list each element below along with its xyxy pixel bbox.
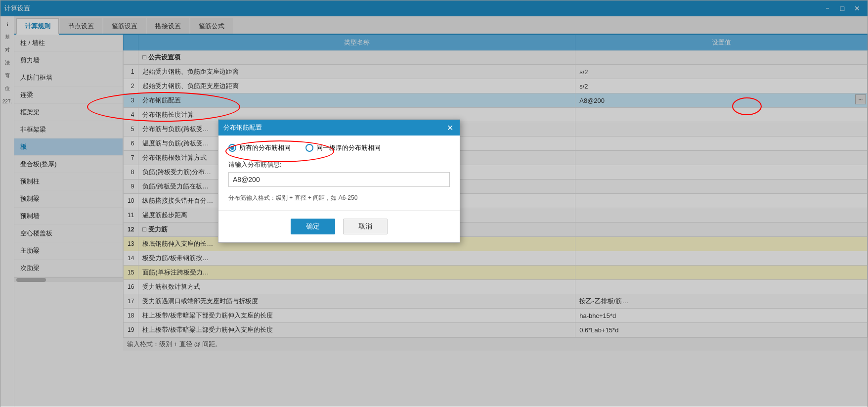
dialog-confirm-button[interactable]: 确定 bbox=[291, 219, 335, 234]
radio-option-all-same[interactable]: 所有的分布筋相同 bbox=[228, 143, 291, 152]
dialog-input-field[interactable] bbox=[228, 172, 450, 187]
dialog-titlebar: 分布钢筋配置 ✕ bbox=[218, 120, 460, 136]
dialog-body: 所有的分布筋相同 同一板厚的分布筋相同 请输入分布筋信息: 分布筋输入格式：级别… bbox=[218, 136, 460, 210]
dialog-radio-row: 所有的分布筋相同 同一板厚的分布筋相同 bbox=[228, 143, 450, 152]
dialog-footer: 确定 取消 bbox=[218, 210, 460, 242]
dialog-close-button[interactable]: ✕ bbox=[445, 123, 455, 133]
radio-all-same-label: 所有的分布筋相同 bbox=[239, 143, 291, 152]
radio-same-thickness-circle bbox=[305, 144, 313, 152]
dialog-input-label: 请输入分布筋信息: bbox=[228, 160, 450, 169]
dialog-box: 分布钢筋配置 ✕ 所有的分布筋相同 同一板厚的分布筋相同 请输入分 bbox=[218, 119, 460, 243]
radio-option-same-thickness[interactable]: 同一板厚的分布筋相同 bbox=[305, 143, 381, 152]
radio-all-same-circle bbox=[228, 144, 236, 152]
main-window: 计算设置 － □ ✕ ℹ 基 对 法 弯 位 227. 计算规则 节点设置 箍筋… bbox=[0, 0, 868, 407]
radio-same-thickness-label: 同一板厚的分布筋相同 bbox=[316, 143, 381, 152]
dialog-hint: 分布筋输入格式：级别 + 直径 + 间距，如 A6-250 bbox=[228, 194, 450, 202]
dialog-overlay: 分布钢筋配置 ✕ 所有的分布筋相同 同一板厚的分布筋相同 请输入分 bbox=[0, 0, 868, 407]
dialog-title: 分布钢筋配置 bbox=[223, 123, 262, 132]
dialog-cancel-button[interactable]: 取消 bbox=[343, 219, 388, 234]
